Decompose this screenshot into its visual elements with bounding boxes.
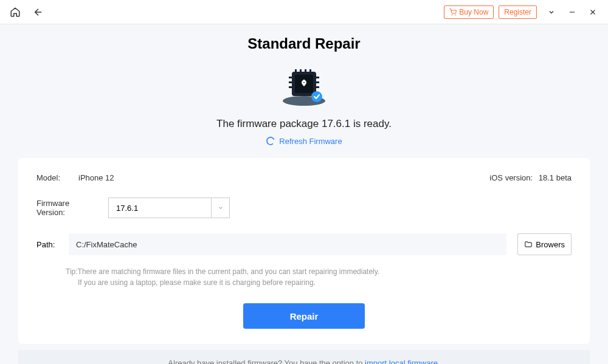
svg-rect-16 [316,81,319,83]
firmware-version-row: Firmware Version: 17.6.1 [36,197,572,218]
titlebar-right: Buy Now Register [444,5,599,19]
folder-icon [524,240,533,249]
svg-rect-15 [316,77,319,78]
home-icon[interactable] [9,6,21,18]
buy-now-button[interactable]: Buy Now [444,5,494,19]
register-label: Register [504,8,531,16]
firmware-card: Model: iPhone 12 iOS version: 18.1 beta … [18,158,590,344]
repair-label: Repair [290,311,319,321]
svg-point-1 [455,15,456,15]
page-title: Standard Repair [0,35,608,52]
refresh-firmware-link[interactable]: Refresh Firmware [0,136,608,146]
svg-point-18 [311,91,322,102]
tip-text: Tip:There are matching firmware files in… [66,266,572,288]
import-firmware-link[interactable]: import local firmware [365,359,438,364]
device-info-row: Model: iPhone 12 iOS version: 18.1 beta [36,173,572,182]
model-label: Model: [36,173,60,182]
ios-value: 18.1 beta [539,173,572,182]
svg-rect-14 [289,86,292,88]
svg-rect-9 [300,69,302,73]
refresh-label: Refresh Firmware [279,137,342,146]
footer-suffix: . [438,359,440,364]
footer-bar: Already have installed firmware? You hav… [18,350,590,364]
menu-chevron-icon[interactable] [545,6,558,18]
tip-line1: There are matching firmware files in the… [78,267,380,276]
svg-point-0 [452,15,452,15]
minimize-button[interactable] [566,6,578,18]
model-value: iPhone 12 [78,173,114,182]
firmware-version-label: Firmware Version: [36,199,97,217]
footer-text: Already have installed firmware? You hav… [168,359,365,364]
svg-rect-17 [316,86,319,88]
titlebar: Buy Now Register [0,0,608,24]
chevron-down-icon [211,198,229,218]
path-label: Path: [36,240,58,249]
repair-button[interactable]: Repair [243,303,365,329]
refresh-icon [266,136,275,146]
svg-rect-13 [289,81,292,83]
svg-rect-11 [309,69,311,73]
close-button[interactable] [587,6,599,18]
browse-button[interactable]: Browers [517,233,572,255]
path-row: Path: Browers [36,233,572,255]
back-icon[interactable] [32,6,44,18]
tip-line2: If you are using a laptop, please make s… [78,277,316,288]
svg-rect-8 [295,69,297,73]
register-button[interactable]: Register [499,5,537,19]
firmware-version-select[interactable]: 17.6.1 [108,197,230,218]
status-text: The firmware package 17.6.1 is ready. [0,118,608,130]
tip-prefix: Tip: [66,267,78,276]
ios-label: iOS version: [489,173,533,182]
titlebar-left [9,6,44,18]
cart-icon [449,9,457,16]
svg-rect-12 [289,77,292,78]
browse-label: Browers [536,240,565,249]
svg-rect-10 [305,69,306,73]
path-input[interactable] [69,233,506,255]
firmware-version-value: 17.6.1 [109,204,211,213]
chip-illustration [0,64,608,107]
buy-now-label: Buy Now [459,8,488,16]
